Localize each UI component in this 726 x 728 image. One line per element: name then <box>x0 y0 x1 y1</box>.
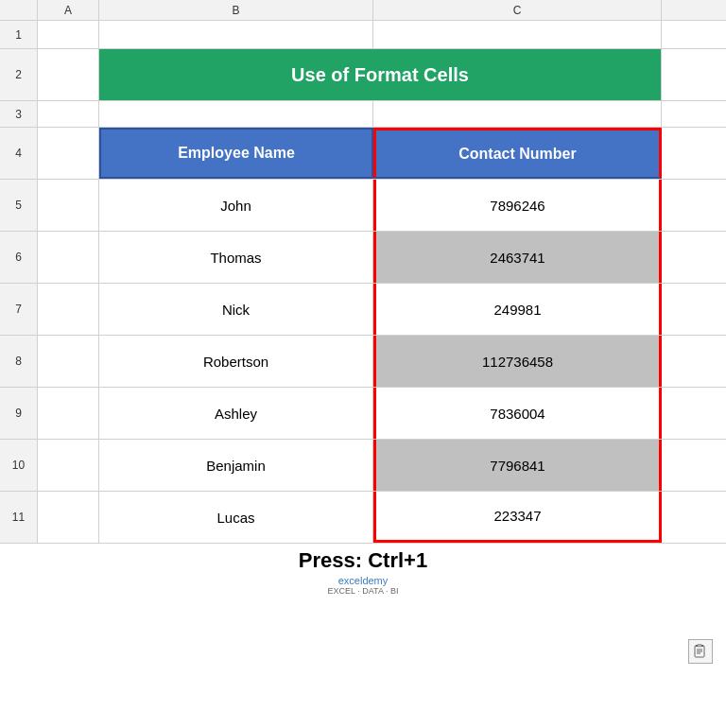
row-num-5: 5 <box>0 180 38 231</box>
row-num-3: 3 <box>0 101 38 127</box>
contact-number-john[interactable]: 7896246 <box>373 180 662 231</box>
employee-name-header: Employee Name <box>99 128 373 179</box>
col-header-a: A <box>38 0 99 20</box>
cell-a1[interactable] <box>38 21 99 48</box>
contact-number-thomas[interactable]: 2463741 <box>373 232 662 283</box>
table-row: 3 <box>0 101 726 128</box>
table-row: 8 Robertson 112736458 <box>0 336 726 388</box>
cell-a3[interactable] <box>38 101 99 127</box>
table-row: 11 Lucas 223347 <box>0 492 726 544</box>
cell-c3[interactable] <box>373 101 662 127</box>
contact-number-ashley[interactable]: 7836004 <box>373 388 662 439</box>
contact-number-robertson[interactable]: 112736458 <box>373 336 662 387</box>
row-num-6: 6 <box>0 232 38 283</box>
corner-cell <box>0 0 38 20</box>
brand-sub-label: EXCEL · DATA · BI <box>328 586 399 596</box>
title-cell[interactable]: Use of Format Cells <box>99 49 662 100</box>
col-header-b: B <box>99 0 373 20</box>
contact-number-lucas[interactable]: 223347 <box>373 492 662 543</box>
row-num-7: 7 <box>0 284 38 335</box>
employee-name-john[interactable]: John <box>99 180 373 231</box>
table-row: 1 <box>0 21 726 49</box>
cell-a6[interactable] <box>38 232 99 283</box>
employee-name-robertson[interactable]: Robertson <box>99 336 373 387</box>
table-row: 9 Ashley 7836004 <box>0 388 726 440</box>
row-num-2: 2 <box>0 49 38 100</box>
spreadsheet: A B C 1 2 Use of Format Cells 3 4 Employ… <box>0 0 726 728</box>
row-num-8: 8 <box>0 336 38 387</box>
cell-a10[interactable] <box>38 440 99 491</box>
cell-b3[interactable] <box>99 101 373 127</box>
cell-a2[interactable] <box>38 49 99 100</box>
cell-a9[interactable] <box>38 388 99 439</box>
contact-number-header: Contact Number <box>373 128 662 179</box>
col-header-c: C <box>373 0 662 20</box>
employee-name-lucas[interactable]: Lucas <box>99 492 373 543</box>
cell-a8[interactable] <box>38 336 99 387</box>
employee-name-ashley[interactable]: Ashley <box>99 388 373 439</box>
table-row: 4 Employee Name Contact Number <box>0 128 726 180</box>
table-row: 10 Benjamin 7796841 <box>0 440 726 492</box>
cell-c1[interactable] <box>373 21 662 48</box>
cell-a7[interactable] <box>38 284 99 335</box>
table-row: 6 Thomas 2463741 <box>0 232 726 284</box>
cell-b1[interactable] <box>99 21 373 48</box>
row-num-9: 9 <box>0 388 38 439</box>
cell-a11[interactable] <box>38 492 99 543</box>
employee-name-thomas[interactable]: Thomas <box>99 232 373 283</box>
cell-a4[interactable] <box>38 128 99 179</box>
contact-number-benjamin[interactable]: 7796841 <box>373 440 662 491</box>
table-row: 7 Nick 249981 <box>0 284 726 336</box>
contact-number-nick[interactable]: 249981 <box>373 284 662 335</box>
row-num-4: 4 <box>0 128 38 179</box>
row-num-10: 10 <box>0 440 38 491</box>
row-num-1: 1 <box>0 21 38 48</box>
cell-a5[interactable] <box>38 180 99 231</box>
bottom-area: Press: Ctrl+1 exceldemy EXCEL · DATA · B… <box>0 544 726 600</box>
table-row: 2 Use of Format Cells <box>0 49 726 101</box>
svg-rect-2 <box>698 644 701 647</box>
employee-name-nick[interactable]: Nick <box>99 284 373 335</box>
press-label: Press: Ctrl+1 <box>299 548 427 573</box>
brand-label: exceldemy <box>338 575 389 586</box>
table-row: 5 John 7896246 <box>0 180 726 232</box>
row-num-11: 11 <box>0 492 38 543</box>
column-headers: A B C <box>0 0 726 21</box>
employee-name-benjamin[interactable]: Benjamin <box>99 440 373 491</box>
paste-icon[interactable] <box>688 639 713 664</box>
